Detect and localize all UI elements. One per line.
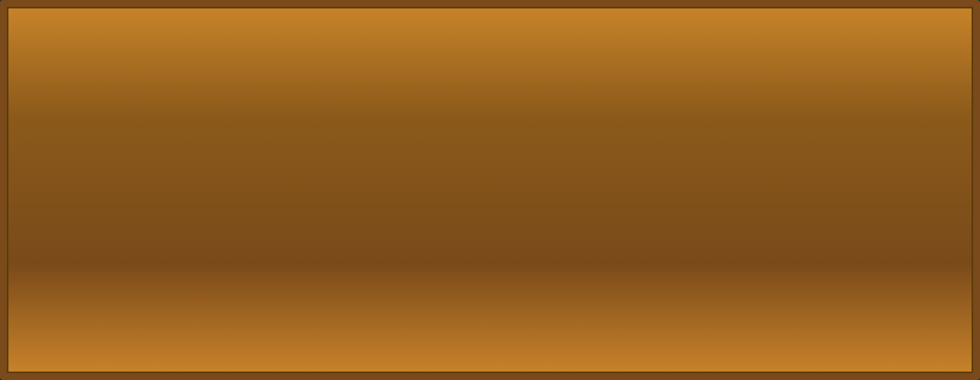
girls-plural-2: girls' xyxy=(597,165,643,182)
singular-mine: mine xyxy=(88,93,138,111)
singular-her-book: =her book xyxy=(25,144,75,162)
noun-main: 名词所有格 xyxy=(402,123,463,145)
wo-fuqinde: 我父亲的 xyxy=(544,103,590,120)
limit-label: 限于人或动物 xyxy=(471,80,528,99)
plural-hub-label: 所有格代词复数 xyxy=(149,41,203,52)
singular-hub: 所有格代词单数 xyxy=(142,140,211,159)
johns-node: John's xyxy=(383,56,444,74)
has-s-label: 词尾有s xyxy=(536,152,582,169)
plural-yours: yours xyxy=(88,44,138,62)
singular-its: its xyxy=(88,185,138,203)
singular-yours: yours xyxy=(88,123,138,141)
singular-hub-label: 所有格代词单数 xyxy=(149,145,203,155)
plural-theirs: theirs xyxy=(88,65,138,83)
plural-their-book: =their book xyxy=(25,65,76,83)
plural-our-book: =our book xyxy=(25,24,75,41)
singular-his-book: =his book xyxy=(25,165,75,182)
center-line1: John's father is a doctor xyxy=(238,80,336,92)
singular-your-book: =your book xyxy=(25,123,76,141)
plural-hub: 所有格代词复数 xyxy=(142,37,211,56)
plural-your-book: =your book xyxy=(25,44,76,62)
singular-noun-s: 单数名词+'s xyxy=(471,113,524,132)
center-line2: 约翰的父亲是一位医生。 xyxy=(241,107,333,119)
no-s-label: 词尾没s xyxy=(536,194,582,211)
girls-plural-1: 女孩们的 xyxy=(597,145,643,162)
mens-plural-1: 男人们的 xyxy=(597,185,643,201)
my-fathers: my father's xyxy=(544,123,590,139)
singular-his: his xyxy=(88,165,138,182)
singular-my-noun: =my+名词（book） xyxy=(25,85,94,103)
singular-my-book: =my book xyxy=(25,106,75,123)
center-dot: · xyxy=(286,92,289,107)
singular-hers: hers xyxy=(88,144,138,162)
plural-ours: ours xyxy=(88,24,138,41)
mens-plural-2: mens' xyxy=(597,205,643,221)
singular-its-book: =its book xyxy=(25,185,75,203)
plural-noun: 复数名词 xyxy=(471,170,524,188)
center-node: John's father is a doctor · 约翰的父亲是一位医生。 xyxy=(226,69,348,130)
suo-you-ge-label: 所有格 xyxy=(452,56,498,74)
